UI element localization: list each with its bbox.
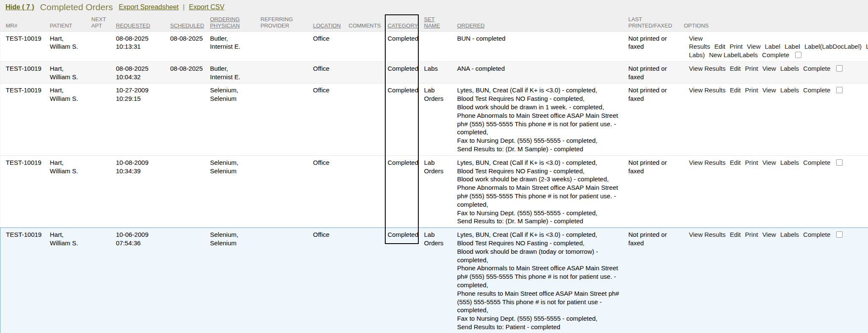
complete-checkbox[interactable] — [836, 87, 843, 93]
option-view-results[interactable]: View Results — [689, 159, 726, 166]
cell-requested: 10-08-2009 10:34:39 — [115, 155, 170, 228]
table-row[interactable]: TEST-10019 Hart, William S. 08-08-2025 1… — [0, 31, 868, 61]
complete-checkbox[interactable] — [795, 52, 801, 58]
cell-location: Office — [312, 61, 348, 83]
option-view[interactable]: View — [762, 65, 776, 72]
table-row[interactable]: TEST-10019 Hart, William S. 10-06-2009 0… — [0, 228, 868, 333]
cell-patient: Hart, William S. — [49, 155, 91, 228]
cell-comments — [348, 155, 387, 228]
cell-options: View ResultsEditPrintViewLabelsComplete — [683, 228, 868, 333]
cell-ordering-physician: Butler, Internist E. — [209, 61, 260, 83]
column-header-comments: COMMENTS — [348, 14, 387, 31]
cell-scheduled — [170, 83, 209, 155]
cell-next-apt — [91, 228, 115, 333]
cell-next-apt — [91, 155, 115, 228]
column-header-ordered[interactable]: ORDERED — [456, 14, 628, 31]
cell-location: Office — [312, 228, 348, 333]
cell-patient: Hart, William S. — [49, 31, 91, 61]
column-header-set-name[interactable]: SET NAME — [423, 14, 456, 31]
complete-checkbox[interactable] — [836, 231, 843, 238]
column-header-requested[interactable]: REQUESTED — [115, 14, 170, 31]
column-header-mr: MR# — [0, 14, 49, 31]
option-view-results[interactable]: View Results — [689, 35, 710, 50]
option-print[interactable]: Print — [745, 86, 758, 94]
option-label-labdoclabel[interactable]: Label(LabDocLabel) — [804, 43, 862, 50]
cell-referring-provider — [260, 83, 312, 155]
cell-comments — [348, 83, 387, 155]
page-header: Hide ( 7 ) Completed Orders Export Sprea… — [0, 0, 868, 14]
complete-label: Complete — [803, 65, 830, 72]
option-view[interactable]: View — [747, 43, 760, 50]
cell-requested: 08-08-2025 10:13:31 — [115, 31, 170, 61]
cell-ordering-physician: Selenium, Selenium — [209, 228, 260, 333]
cell-patient: Hart, William S. — [49, 228, 91, 333]
option-view[interactable]: View — [762, 231, 776, 238]
option-view-results[interactable]: View Results — [689, 86, 726, 94]
complete-label: Complete — [803, 231, 830, 238]
cell-options: View ResultsEditPrintViewLabelsComplete — [683, 155, 868, 228]
cell-patient: Hart, William S. — [49, 61, 91, 83]
cell-last-printed-faxed: Not printed or faxed — [628, 83, 683, 155]
option-view-results[interactable]: View Results — [689, 65, 726, 72]
cell-location: Office — [312, 155, 348, 228]
option-view[interactable]: View — [762, 159, 776, 166]
column-header-location[interactable]: LOCATION — [312, 14, 348, 31]
option-label[interactable]: Label — [785, 43, 800, 50]
option-view-results[interactable]: View Results — [689, 231, 726, 238]
complete-checkbox[interactable] — [836, 159, 843, 166]
cell-last-printed-faxed: Not printed or faxed — [628, 61, 683, 83]
cell-mr: TEST-10019 — [0, 31, 49, 61]
cell-category: Completed — [387, 61, 423, 83]
column-header-category[interactable]: CATEGORY — [387, 14, 423, 31]
cell-ordered: Lytes, BUN, Creat (Call if K+ is <3.0) -… — [456, 83, 628, 155]
link-separator: | — [183, 3, 185, 11]
column-header-scheduled[interactable]: SCHEDULED — [170, 14, 209, 31]
cell-referring-provider — [260, 31, 312, 61]
hide-link[interactable]: Hide ( 7 ) — [6, 3, 34, 11]
table-header-row: MR#PATIENTNEXT APTREQUESTEDSCHEDULEDORDE… — [0, 14, 868, 31]
option-print[interactable]: Print — [729, 43, 743, 50]
cell-next-apt — [91, 61, 115, 83]
cell-scheduled — [170, 155, 209, 228]
cell-comments — [348, 61, 387, 83]
cell-last-printed-faxed: Not printed or faxed — [628, 155, 683, 228]
option-edit[interactable]: Edit — [730, 231, 741, 238]
option-labels[interactable]: Labels — [780, 86, 799, 94]
option-labels[interactable]: Labels — [780, 159, 799, 166]
option-edit[interactable]: Edit — [730, 159, 741, 166]
cell-category: Completed — [387, 155, 423, 228]
option-edit[interactable]: Edit — [730, 65, 741, 72]
cell-options: View ResultsEditPrintViewLabelsComplete — [683, 61, 868, 83]
option-new-labellabels[interactable]: New LabelLabels — [709, 51, 758, 58]
column-header-options: OPTIONS — [683, 14, 868, 31]
cell-comments — [348, 31, 387, 61]
table-row[interactable]: TEST-10019 Hart, William S. 10-27-2009 1… — [0, 83, 868, 155]
cell-scheduled — [170, 228, 209, 333]
column-header-next-apt: NEXT APT — [91, 14, 115, 31]
complete-label: Complete — [803, 159, 830, 166]
complete-checkbox[interactable] — [836, 65, 843, 72]
option-view[interactable]: View — [762, 86, 776, 94]
cell-scheduled: 08-08-2025 — [170, 61, 209, 83]
option-print[interactable]: Print — [745, 65, 758, 72]
table-row[interactable]: TEST-10019 Hart, William S. 08-08-2025 1… — [0, 61, 868, 83]
orders-tbody: TEST-10019 Hart, William S. 08-08-2025 1… — [0, 31, 868, 333]
export-csv-link[interactable]: Export CSV — [189, 3, 225, 11]
complete-label: Complete — [803, 86, 830, 94]
cell-ordered: Lytes, BUN, Creat (Call if K+ is <3.0) -… — [456, 155, 628, 228]
option-label[interactable]: Label — [765, 43, 780, 50]
cell-requested: 10-27-2009 10:29:15 — [115, 83, 170, 155]
cell-ordered: ANA - completed — [456, 61, 628, 83]
option-edit[interactable]: Edit — [730, 86, 741, 94]
option-print[interactable]: Print — [745, 231, 758, 238]
export-spreadsheet-link[interactable]: Export Spreadsheet — [119, 3, 178, 11]
option-edit[interactable]: Edit — [715, 43, 726, 50]
column-header-ordering-physician[interactable]: ORDERING PHYSICIAN — [209, 14, 260, 31]
option-print[interactable]: Print — [745, 159, 758, 166]
cell-ordering-physician: Selenium, Selenium — [209, 83, 260, 155]
cell-next-apt — [91, 83, 115, 155]
option-labels[interactable]: Labels — [780, 231, 799, 238]
cell-category: Completed — [387, 31, 423, 61]
option-labels[interactable]: Labels — [780, 65, 799, 72]
table-row[interactable]: TEST-10019 Hart, William S. 10-08-2009 1… — [0, 155, 868, 228]
